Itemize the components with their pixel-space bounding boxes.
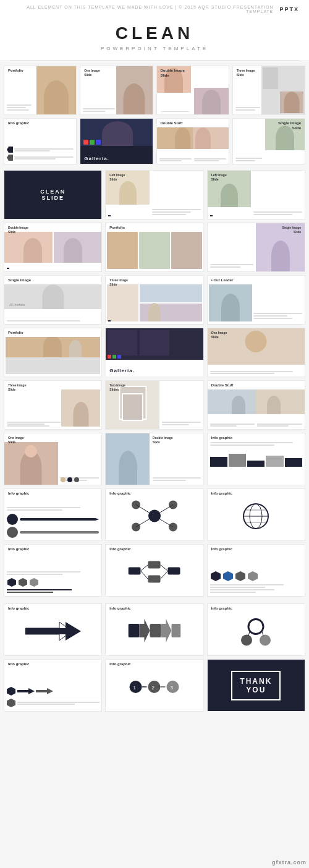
svg-rect-35 [171,624,180,637]
slide-label: Info graphic [211,606,232,611]
slide-label: Info graphic [8,547,29,552]
slide-label: Three ImageSlide [8,383,26,391]
copyright-text: ALL ELEMENT ON THIS TEMPLATE WE MADE WIT… [10,5,273,14]
slide-three-image-2[interactable]: Three ImageSlide [105,275,203,325]
slide-double-image-3[interactable]: Double ImageSlide [105,433,203,485]
pptx-label: PPTX [279,6,299,12]
slide-double-stuff-1[interactable]: Double Stuff [156,118,229,164]
slide-infographic-13[interactable]: Info graphic 1 2 3 [105,659,203,712]
slide-label: Single ImageSlide [278,121,301,131]
slide-infographic-4[interactable]: Info graphic [105,488,203,541]
slide-label: Info graphic [109,547,130,552]
slide-portfolio-2[interactable]: Portfolio [105,223,203,272]
svg-marker-42 [7,687,15,696]
svg-rect-19 [148,575,160,582]
slide-infographic-2[interactable]: Info graphic [207,433,305,485]
slide-one-image-2[interactable]: One ImageSlide [207,328,305,377]
svg-line-22 [140,571,148,579]
slide-single-image-3[interactable]: Single Image All Portfolio [4,275,102,325]
svg-rect-17 [128,567,140,574]
slide-label: Info graphic [8,662,29,667]
slide-three-image-1[interactable]: Three ImageSlide [232,66,305,115]
slide-two-image[interactable]: Two ImageSlides [105,380,203,430]
slide-infographic-10[interactable]: Info graphic [105,603,203,656]
slide-double-image-2[interactable]: Double ImageSlide [4,223,102,272]
slides-row-4: Single Image All Portfolio Three ImageSl… [4,275,305,325]
svg-rect-33 [150,624,161,637]
slides-row-3: Double ImageSlide Portfolio Single Ima [4,223,305,272]
slide-label: • Our Leader [211,278,234,283]
slide-galleria-1[interactable]: Galleria. [80,118,153,164]
slide-infographic-7[interactable]: Info graphic [105,544,203,597]
slide-double-stuff-2[interactable]: Double Stuff [207,380,305,430]
svg-line-8 [154,516,173,527]
slide-single-image-2[interactable]: Single ImageSlide [207,223,305,272]
slides-row-1: Portfolio One ImageSlide Double ImageSl [4,66,305,115]
slide-label: Double ImageSlide [153,436,173,444]
slide-label: Double Stuff [211,383,234,388]
svg-rect-31 [128,624,139,637]
slide-infographic-11[interactable]: Info graphic 1 [207,603,305,656]
slide-label: One ImageSlide [211,331,227,339]
slide-portfolio-3[interactable]: Portfolio [4,328,102,377]
slide-label: Info graphic [109,662,130,667]
slide-galleria-2[interactable]: Galleria. [105,328,203,377]
slide-infographic-1-top[interactable]: Info graphic [4,118,77,164]
slide-label: Info graphic [109,606,130,611]
slide-label: Three ImageSlide [109,278,127,286]
slides-row-11: Info graphic Info graphic [4,659,305,712]
slides-row-7: One ImageSlide Double ImageSlide [4,433,305,485]
slide-label: THANK YOU [240,677,272,694]
slide-infographic-12[interactable]: Info graphic [4,659,102,712]
slide-single-image-1-top[interactable]: Single ImageSlide [232,118,305,164]
slide-label: Double Stuff [161,121,183,126]
slide-left-image-2[interactable]: Left ImageSlide [207,170,305,219]
slide-label: Portfolio [8,69,23,74]
slide-infographic-6[interactable]: Info graphic [4,544,102,597]
slide-one-image-3[interactable]: One ImageSlide [4,433,102,485]
svg-text:1: 1 [253,625,256,631]
slide-infographic-8[interactable]: Info graphic [207,544,305,597]
svg-line-24 [160,571,167,579]
slide-label: Double ImageSlide [8,226,28,234]
slides-row-6: Three ImageSlide Two ImageSlides [4,380,305,430]
slides-row-10: Info graphic Info graphic [4,603,305,656]
slide-clean[interactable]: CLEAN SLIDE [4,170,102,219]
slide-label: Info graphic [109,491,130,496]
svg-line-21 [140,564,148,571]
slide-label: Info graphic [211,547,232,552]
slide-label: One ImageSlide [84,69,100,77]
slide-infographic-9[interactable]: Info graphic [4,603,102,656]
slide-infographic-5[interactable]: Info graphic [207,488,305,541]
slide-label: Left ImageSlide [211,173,227,181]
slide-left-image-1[interactable]: Left ImageSlide [105,170,203,219]
header: CLEAN POWERPOINT TEMPLATE [0,16,309,60]
slide-infographic-3[interactable]: Info graphic [4,488,102,541]
slide-label: Info graphic [8,121,29,126]
slide-double-image-1[interactable]: Double ImageSlide [156,66,229,115]
slide-our-leader[interactable]: • Our Leader [207,275,305,325]
slide-label: Single Image [8,278,31,283]
slides-row-5: Portfolio Galleria. [4,328,305,377]
svg-point-38 [260,634,271,645]
svg-line-6 [154,504,173,516]
slide-thankyou[interactable]: THANK YOU [207,659,305,712]
slide-label: Two ImageSlides [109,383,125,391]
svg-line-23 [160,564,167,571]
main-title: CLEAN [0,23,309,43]
slide-label: Single ImageSlide [282,226,301,234]
svg-text:1: 1 [133,685,136,691]
slides-row-9: Info graphic Info graphic [4,544,305,597]
svg-rect-18 [148,561,160,568]
slide-label: Three ImageSlide [237,69,255,77]
slides-row-1b: Info graphic [4,118,305,164]
svg-marker-43 [17,688,35,694]
slide-label: Info graphic [8,606,29,611]
svg-marker-27 [235,571,245,581]
slide-portfolio-1[interactable]: Portfolio [4,66,77,115]
slide-three-image-3[interactable]: Three ImageSlide [4,380,102,430]
svg-marker-32 [139,619,150,642]
svg-marker-45 [7,699,15,707]
watermark: gfxtra.com [272,859,307,866]
slide-one-image-1[interactable]: One ImageSlide [80,66,153,115]
